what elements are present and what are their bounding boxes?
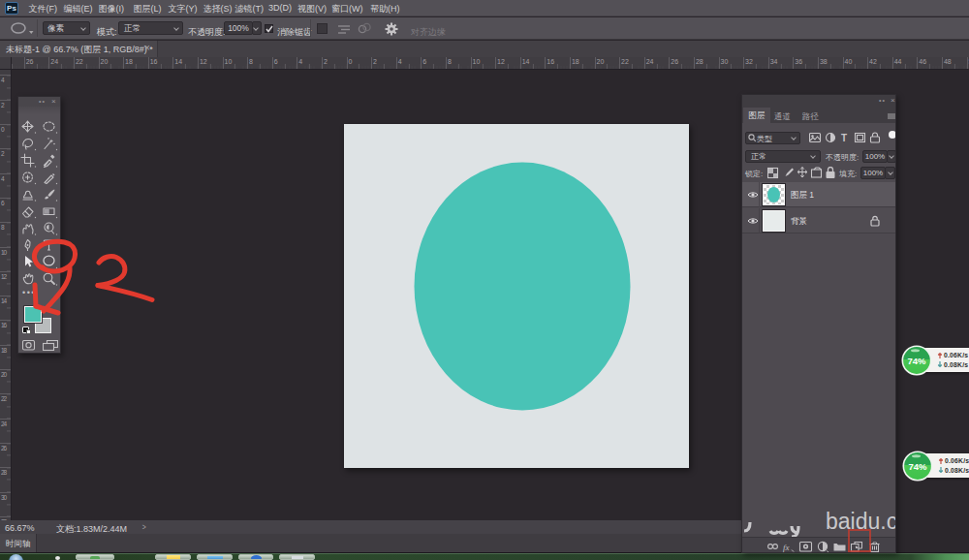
svg-text:74%: 74% bbox=[908, 461, 927, 472]
svg-text:T: T bbox=[841, 133, 847, 143]
svg-text:74%: 74% bbox=[907, 356, 926, 366]
svg-text:fx: fx bbox=[783, 543, 790, 552]
